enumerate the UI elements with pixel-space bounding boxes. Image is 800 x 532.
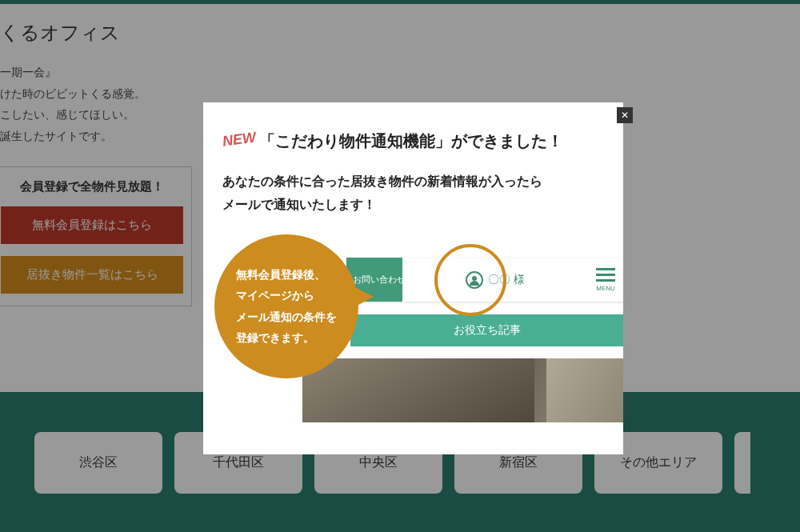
modal-lead-line: メールで通知いたします！: [222, 193, 604, 216]
bubble-line: 登録できます。: [236, 327, 337, 349]
modal-lead: あなたの条件に合った居抜き物件の新着情報が入ったら メールで通知いたします！: [222, 170, 604, 217]
close-button[interactable]: ✕: [617, 107, 633, 123]
bubble-line: メール通知の条件を: [236, 306, 337, 328]
demo-photo: [302, 358, 623, 422]
hamburger-menu-icon: MENU: [588, 268, 623, 292]
demo-area: 無料会員登録後、 マイページから メール通知の条件を 登録できます。 お問い合わ…: [222, 234, 604, 442]
modal-lead-line: あなたの条件に合った居抜き物件の新着情報が入ったら: [222, 170, 604, 193]
new-badge: NEW: [222, 129, 258, 150]
photo-segment: [546, 358, 624, 422]
menu-label: MENU: [588, 285, 623, 292]
highlight-circle-icon: [434, 244, 506, 316]
bubble-line: 無料会員登録後、: [236, 264, 337, 286]
feature-modal: NEW「こだわり物件通知機能」ができました！ あなたの条件に合った居抜き物件の新…: [203, 102, 623, 454]
photo-segment: [302, 358, 534, 422]
speech-bubble: 無料会員登録後、 マイページから メール通知の条件を 登録できます。: [214, 234, 358, 378]
modal-title-text: 「こだわり物件通知機能」ができました！: [259, 132, 563, 150]
bubble-line: マイページから: [236, 285, 337, 306]
modal-title: NEW「こだわり物件通知機能」ができました！: [222, 130, 604, 152]
demo-subnav: お役立ち記事: [350, 314, 623, 346]
